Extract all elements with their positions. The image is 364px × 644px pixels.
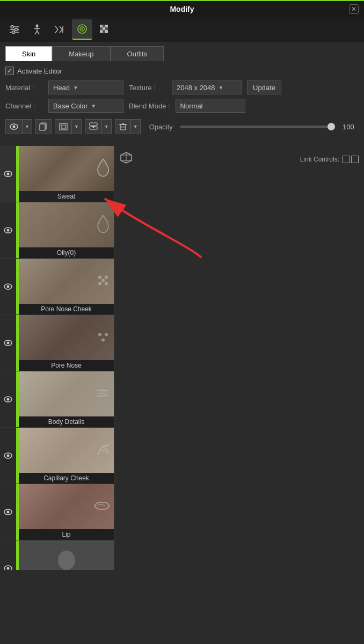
layer-visibility-pore-nose-cheek[interactable] [0,259,16,314]
frame-tool[interactable] [55,120,71,134]
eye-icon-body-details [3,396,13,403]
eye-tool[interactable] [6,120,22,134]
eye-icon-oily [3,226,13,234]
eye-icon-sweat [3,170,13,178]
tab-skin[interactable]: Skin [5,46,52,61]
toolbar-checker-button[interactable] [94,19,115,40]
link-boxes[interactable] [343,156,359,163]
svg-point-45 [105,276,108,279]
svg-rect-16 [103,25,105,27]
layer-visibility-lip[interactable] [0,484,16,540]
svg-point-41 [7,229,10,232]
layer-item-pore-nose-cheek[interactable]: Pore Nose Cheek [0,259,114,315]
delete-tool[interactable] [115,120,130,134]
material-dropdown[interactable]: Head ▼ [48,80,123,94]
layer-item-sweat[interactable]: Sweat [0,146,114,202]
toolbar [0,17,364,42]
svg-rect-33 [120,125,126,130]
frame-tool-arrow[interactable]: ▼ [71,120,81,134]
blend-mode-value: Normal [180,102,203,110]
merge-tool[interactable] [85,120,101,134]
layer-visibility-pore-nose[interactable] [0,315,16,371]
update-button[interactable]: Update [247,80,281,94]
svg-rect-18 [100,27,103,30]
layer-thumbnail-pore-nose-cheek: Pore Nose Cheek [19,259,114,314]
layer-name-pore-nose: Pore Nose [19,360,114,371]
channel-row: Channel : Base Color ▼ Blend Mode : Norm… [5,99,359,113]
svg-rect-30 [90,123,97,126]
svg-point-48 [101,279,105,282]
eye-icon-capillary-cheek [3,452,13,459]
texture-label: Texture : [129,84,166,92]
layer-item-pore-nose[interactable]: Pore Nose [0,315,114,371]
window-title: Modify [170,5,194,13]
link-controls-row: Link Controls: [300,156,359,163]
layer-name-pore-nose-cheek: Pore Nose Cheek [19,304,114,314]
layer-name-capillary-cheek: Capillary Cheek [19,473,114,484]
frame-tool-button[interactable]: ▼ [55,119,82,134]
eye-tool-arrow[interactable]: ▼ [22,120,32,134]
merge-tool-arrow[interactable]: ▼ [101,120,111,134]
svg-line-10 [37,31,39,34]
svg-rect-19 [103,27,105,30]
channel-dropdown[interactable]: Base Color ▼ [48,99,123,113]
layer-visibility-sweat[interactable] [0,146,16,202]
link-box-2[interactable] [351,156,359,163]
visibility-tool-button[interactable]: ▼ [5,119,32,134]
svg-point-52 [105,333,108,336]
material-row: Material : Head ▼ Texture : 2048 x 2048 … [5,80,359,94]
tab-outfits[interactable]: Outfits [111,46,164,61]
layer-visibility-skin-base[interactable] [0,540,16,570]
toolbar-skin-button[interactable] [72,19,92,40]
svg-point-6 [36,25,39,27]
material-value: Head [53,84,70,92]
close-button[interactable]: ✕ [349,4,359,14]
layer-thumbnail-capillary-cheek: Capillary Cheek [19,428,114,484]
layer-visibility-oily[interactable] [0,202,16,258]
layer-visibility-body-details[interactable] [0,371,16,427]
layer-item-oily[interactable]: Oily(0) [0,202,114,259]
svg-rect-23 [105,30,108,33]
main-content: Activate Editor Material : Head ▼ Textur… [0,61,364,146]
split-area: Sweat [0,146,364,570]
opacity-knob[interactable] [327,123,335,130]
copy-layer-button[interactable] [35,119,52,134]
toolbar-adjust-button[interactable] [49,19,70,40]
toolbar-sliders-button[interactable] [4,19,25,40]
texture-dropdown[interactable]: 2048 x 2048 ▼ [172,80,242,94]
tab-makeup[interactable]: Makeup [52,46,110,61]
panel-tool-cube-icon[interactable] [120,151,133,167]
svg-rect-66 [63,569,70,570]
merge-tool-button[interactable]: ▼ [85,119,112,134]
svg-point-50 [7,342,10,345]
channel-value: Base Color [53,102,88,110]
activate-editor-checkbox[interactable] [5,67,14,75]
layer-item-body-details[interactable]: Body Details [0,371,114,428]
layer-item-skin-base[interactable]: Skin Base [0,540,114,570]
layer-item-lip[interactable]: Lip [0,484,114,540]
channel-label: Channel : [5,102,43,110]
delete-tool-button[interactable]: ▼ [115,119,141,134]
delete-tool-arrow[interactable]: ▼ [130,120,140,134]
blend-mode-dropdown[interactable]: Normal [176,99,245,113]
layer-visibility-capillary-cheek[interactable] [0,428,16,484]
link-box-1[interactable] [343,156,350,163]
svg-point-47 [105,282,108,286]
eye-icon-pore-nose [3,339,13,347]
drop-icon-oily [96,215,111,234]
opacity-value: 100 [343,123,359,131]
svg-point-43 [7,286,10,288]
texture-value: 2048 x 2048 [177,84,215,92]
lines-icon-body-details [94,387,111,400]
capillary-icon [96,442,111,457]
layer-item-capillary-cheek[interactable]: Capillary Cheek [0,428,114,484]
svg-line-9 [35,31,37,34]
activate-editor-row: Activate Editor [5,67,359,75]
texture-dropdown-arrow: ▼ [219,85,224,91]
svg-rect-28 [60,123,67,130]
svg-rect-21 [100,30,103,33]
toolbar-figure-button[interactable] [27,19,47,40]
svg-rect-29 [61,125,65,128]
opacity-slider[interactable] [180,126,335,128]
svg-point-65 [58,551,75,570]
